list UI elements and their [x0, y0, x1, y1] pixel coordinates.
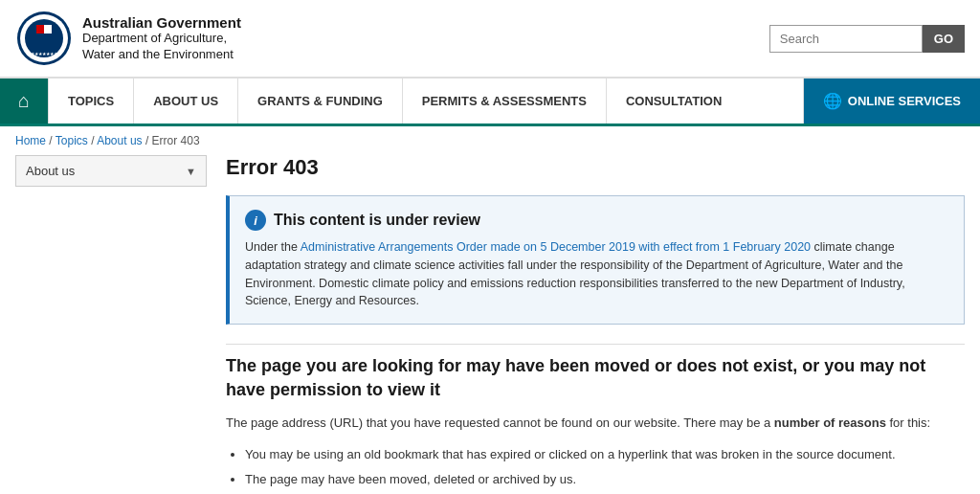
- home-icon: ⌂: [18, 90, 30, 112]
- para-bold: number of reasons: [774, 415, 886, 430]
- divider: [226, 344, 965, 345]
- info-icon: i: [245, 210, 266, 231]
- sidebar: About us ▼: [15, 155, 207, 494]
- nav-item-grants[interactable]: GRANTS & FUNDING: [237, 79, 402, 124]
- info-box-text: Under the Administrative Arrangements Or…: [245, 238, 948, 310]
- sidebar-label: About us: [26, 164, 75, 178]
- para-text-post: for this:: [886, 415, 930, 430]
- dept-title-line1: Department of Agriculture,: [82, 31, 241, 47]
- coat-of-arms-icon: ★★★★★★★: [15, 10, 73, 67]
- content-wrapper: About us ▼ Error 403 i This content is u…: [0, 155, 980, 494]
- main-para: The page address (URL) that you have req…: [226, 414, 965, 434]
- admin-arrangements-link[interactable]: Administrative Arrangements Order made o…: [301, 240, 811, 254]
- nav-item-permits[interactable]: PERMITS & ASSESSMENTS: [402, 79, 606, 124]
- nav-item-online-services[interactable]: 🌐 ONLINE SERVICES: [803, 79, 980, 124]
- main-content: Error 403 i This content is under review…: [226, 155, 965, 494]
- nav-home-button[interactable]: ⌂: [0, 79, 48, 124]
- error-title: Error 403: [226, 155, 965, 180]
- breadcrumb-about-us[interactable]: About us: [97, 134, 142, 147]
- nav-item-consultation[interactable]: CONSULTATION: [606, 79, 741, 124]
- info-box-title: This content is under review: [274, 212, 480, 229]
- sidebar-about-us-dropdown[interactable]: About us ▼: [15, 155, 207, 187]
- list-item: The page may have been moved, deleted or…: [245, 468, 965, 490]
- svg-text:★★★★★★★: ★★★★★★★: [31, 51, 58, 56]
- search-input[interactable]: [769, 25, 923, 53]
- bullet-list: You may be using an old bookmark that ha…: [226, 443, 965, 494]
- chevron-down-icon: ▼: [186, 166, 196, 177]
- breadcrumb-home[interactable]: Home: [15, 134, 46, 147]
- nav-item-topics[interactable]: TOPICS: [48, 79, 133, 124]
- globe-icon: 🌐: [823, 92, 842, 110]
- main-heading: The page you are looking for may have be…: [226, 354, 965, 402]
- logo-area: ★★★★★★★ Australian Government Department…: [15, 10, 241, 67]
- main-nav: ⌂ TOPICS ABOUT US GRANTS & FUNDING PERMI…: [0, 78, 980, 126]
- breadcrumb-topics[interactable]: Topics: [56, 134, 88, 147]
- search-area: GO: [769, 25, 965, 53]
- svg-rect-5: [44, 25, 52, 34]
- breadcrumb: Home / Topics / About us / Error 403: [0, 126, 980, 155]
- info-box-header: i This content is under review: [245, 210, 948, 231]
- header-text: Australian Government Department of Agri…: [82, 14, 241, 63]
- nav-item-about-us[interactable]: ABOUT US: [133, 79, 237, 124]
- info-text-pre: Under the: [245, 240, 301, 254]
- info-box: i This content is under review Under the…: [226, 195, 965, 325]
- breadcrumb-current: Error 403: [152, 134, 200, 147]
- svg-rect-6: [36, 34, 52, 42]
- search-button[interactable]: GO: [923, 25, 965, 53]
- list-item: You may be using an old bookmark that ha…: [245, 443, 965, 465]
- svg-rect-4: [36, 25, 44, 34]
- gov-title: Australian Government: [82, 14, 241, 31]
- para-text-pre: The page address (URL) that you have req…: [226, 415, 774, 430]
- dept-title-line2: Water and the Environment: [82, 47, 241, 63]
- site-header: ★★★★★★★ Australian Government Department…: [0, 0, 980, 78]
